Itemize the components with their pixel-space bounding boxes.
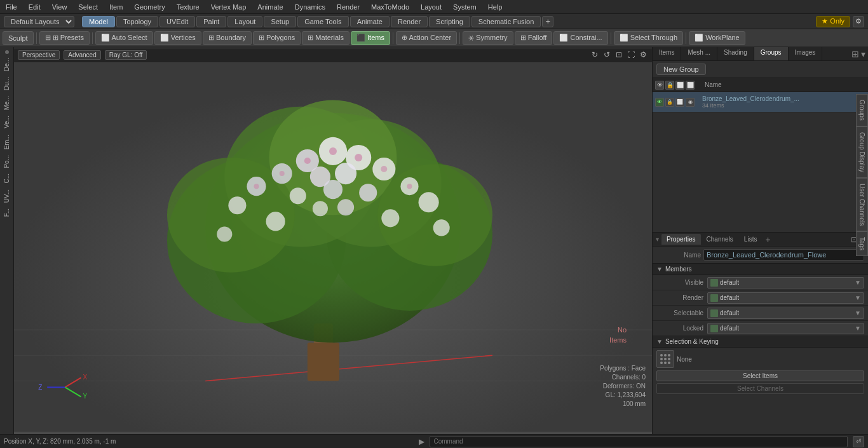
materials-button[interactable]: ⊞ Materials bbox=[302, 31, 349, 45]
group-list[interactable]: 👁 🔒 ⬜ ◉ Bronze_Leaved_Clerodendrum_... 3… bbox=[653, 92, 868, 232]
menu-render[interactable]: Render bbox=[334, 2, 363, 12]
sculpt-button[interactable]: Sculpt bbox=[3, 31, 34, 45]
sidebar-item-me[interactable]: Me... bbox=[3, 93, 11, 112]
header-more-icon[interactable]: ⬜ bbox=[686, 81, 695, 90]
tab-uvedit[interactable]: UVEdit bbox=[159, 16, 195, 27]
rp-tab-shading[interactable]: Shading bbox=[717, 47, 754, 60]
prop-tab-properties[interactable]: Properties bbox=[661, 234, 701, 245]
properties-collapse-icon[interactable]: ▾ bbox=[654, 236, 661, 243]
menu-dynamics[interactable]: Dynamics bbox=[292, 2, 329, 12]
shrink-panel-icon[interactable]: ▾ bbox=[861, 49, 865, 59]
menu-texture[interactable]: Texture bbox=[173, 2, 203, 12]
sidebar-item-du[interactable]: Du... bbox=[3, 74, 11, 93]
viewport-icon-expand[interactable]: ⛶ bbox=[626, 50, 636, 59]
tab-layout[interactable]: Layout bbox=[227, 16, 262, 27]
group-list-item[interactable]: 👁 🔒 ⬜ ◉ Bronze_Leaved_Clerodendrum_... 3… bbox=[653, 92, 868, 112]
group-render-icon[interactable]: ⬜ bbox=[675, 98, 684, 107]
menu-geometry[interactable]: Geometry bbox=[131, 2, 168, 12]
tab-setup[interactable]: Setup bbox=[264, 16, 296, 27]
vtab-groups[interactable]: Groups bbox=[856, 94, 868, 126]
sidebar-item-uv[interactable]: UV... bbox=[3, 187, 11, 205]
sidebar-item-c[interactable]: C... bbox=[3, 171, 11, 186]
rp-tab-mesh[interactable]: Mesh ... bbox=[681, 47, 717, 60]
vtab-group-display[interactable]: Group Display bbox=[856, 126, 868, 178]
viewport-icon-settings[interactable]: ⚙ bbox=[638, 50, 648, 59]
name-input[interactable] bbox=[703, 249, 864, 261]
select-channels-button[interactable]: Select Channels bbox=[656, 383, 864, 394]
select-items-button[interactable]: Select Items bbox=[656, 370, 864, 381]
sidebar-item-de[interactable]: De... bbox=[3, 55, 11, 74]
select-through-button[interactable]: ⬜ Select Through bbox=[614, 31, 683, 45]
command-input[interactable] bbox=[430, 436, 848, 447]
menu-item[interactable]: Item bbox=[106, 2, 126, 12]
menu-system[interactable]: System bbox=[450, 2, 480, 12]
add-tab-button[interactable]: + bbox=[542, 16, 553, 27]
action-center-button[interactable]: ⊕ Action Center bbox=[396, 31, 457, 45]
perspective-btn[interactable]: Perspective bbox=[18, 50, 60, 60]
tab-model[interactable]: Model bbox=[82, 16, 115, 27]
polygons-button[interactable]: ⊞ Polygons bbox=[253, 31, 301, 45]
new-group-button[interactable]: New Group bbox=[656, 64, 706, 75]
boundary-button[interactable]: ⊞ Boundary bbox=[203, 31, 252, 45]
tab-render[interactable]: Render bbox=[391, 16, 428, 27]
prop-tab-channels[interactable]: Channels bbox=[702, 234, 738, 245]
tab-game-tools[interactable]: Game Tools bbox=[297, 16, 349, 27]
presets-button[interactable]: ⊞ ⊞ Presets bbox=[39, 31, 90, 45]
menu-view[interactable]: View bbox=[49, 2, 71, 12]
selection-keying-header[interactable]: ▼ Selection & Keying bbox=[653, 336, 868, 348]
group-lock-icon[interactable]: 🔒 bbox=[665, 98, 674, 107]
tab-animate[interactable]: Animate bbox=[350, 16, 390, 27]
work-plane-button[interactable]: ⬜ WorkPlane bbox=[689, 31, 745, 45]
layout-dropdown[interactable]: Default Layouts bbox=[4, 16, 74, 27]
prop-tab-lists[interactable]: Lists bbox=[739, 234, 763, 245]
selectable-select[interactable]: default ▼ bbox=[707, 308, 864, 319]
locked-select[interactable]: default ▼ bbox=[707, 323, 864, 334]
expand-panel-icon[interactable]: ⊞ bbox=[851, 49, 859, 59]
menu-select[interactable]: Select bbox=[75, 2, 101, 12]
viewport[interactable]: Perspective Advanced Ray GL: Off ↻ ↺ ⊡ ⛶… bbox=[14, 47, 652, 434]
viewport-icon-fit[interactable]: ⊡ bbox=[614, 50, 624, 59]
vtab-tags[interactable]: Tags bbox=[856, 231, 868, 256]
header-lock-icon[interactable]: 🔒 bbox=[665, 81, 674, 90]
rp-tab-items[interactable]: Items bbox=[653, 47, 681, 60]
header-eye-icon[interactable]: 👁 bbox=[655, 81, 664, 90]
menu-maxtomodo[interactable]: MaxToModo bbox=[368, 2, 412, 12]
vtab-user-channels[interactable]: User Channels bbox=[856, 178, 868, 231]
star-only-button[interactable]: ★ Only bbox=[816, 16, 850, 27]
constraints-button[interactable]: ⬜ Constrai... bbox=[553, 31, 607, 45]
rp-tab-images[interactable]: Images bbox=[789, 47, 823, 60]
menu-layout[interactable]: Layout bbox=[417, 2, 445, 12]
keying-dots-icon[interactable] bbox=[656, 350, 674, 368]
menu-edit[interactable]: Edit bbox=[25, 2, 44, 12]
add-prop-tab-button[interactable]: + bbox=[763, 234, 773, 245]
group-sel-icon[interactable]: ◉ bbox=[686, 98, 695, 107]
bottom-arrow-icon[interactable]: ▶ bbox=[419, 437, 424, 446]
tab-scripting[interactable]: Scripting bbox=[429, 16, 470, 27]
render-select[interactable]: default ▼ bbox=[707, 292, 864, 304]
sidebar-item-ve[interactable]: Ve... bbox=[3, 113, 11, 131]
settings-gear-icon[interactable]: ⚙ bbox=[853, 16, 864, 27]
advanced-btn[interactable]: Advanced bbox=[64, 50, 100, 60]
menu-animate[interactable]: Animate bbox=[254, 2, 286, 12]
viewport-icon-refresh[interactable]: ↺ bbox=[602, 50, 612, 59]
menu-vertex-map[interactable]: Vertex Map bbox=[208, 2, 250, 12]
group-eye-icon[interactable]: 👁 bbox=[655, 98, 664, 107]
tab-paint[interactable]: Paint bbox=[196, 16, 226, 27]
viewport-icon-rotate[interactable]: ↻ bbox=[590, 50, 600, 59]
members-section-header[interactable]: ▼ Members bbox=[653, 264, 868, 275]
rp-tab-groups[interactable]: Groups bbox=[754, 47, 789, 60]
header-render-icon[interactable]: ⬜ bbox=[675, 81, 684, 90]
sidebar-item-po[interactable]: Po... bbox=[3, 153, 11, 171]
command-execute-button[interactable]: ⏎ bbox=[853, 436, 864, 447]
menu-file[interactable]: File bbox=[3, 2, 20, 12]
auto-select-button[interactable]: ⬜ Auto Select bbox=[95, 31, 153, 45]
sidebar-item-em[interactable]: Em... bbox=[3, 132, 11, 152]
symmetry-button[interactable]: ⚹ Symmetry bbox=[463, 31, 513, 45]
visible-select[interactable]: default ▼ bbox=[707, 277, 864, 288]
tab-schematic-fusion[interactable]: Schematic Fusion bbox=[471, 16, 541, 27]
tab-topology[interactable]: Topology bbox=[116, 16, 158, 27]
menu-help[interactable]: Help bbox=[485, 2, 506, 12]
sidebar-item-f[interactable]: F... bbox=[3, 206, 11, 219]
ray-gl-btn[interactable]: Ray GL: Off bbox=[105, 50, 147, 60]
vertices-button[interactable]: ⬜ Vertices bbox=[154, 31, 201, 45]
